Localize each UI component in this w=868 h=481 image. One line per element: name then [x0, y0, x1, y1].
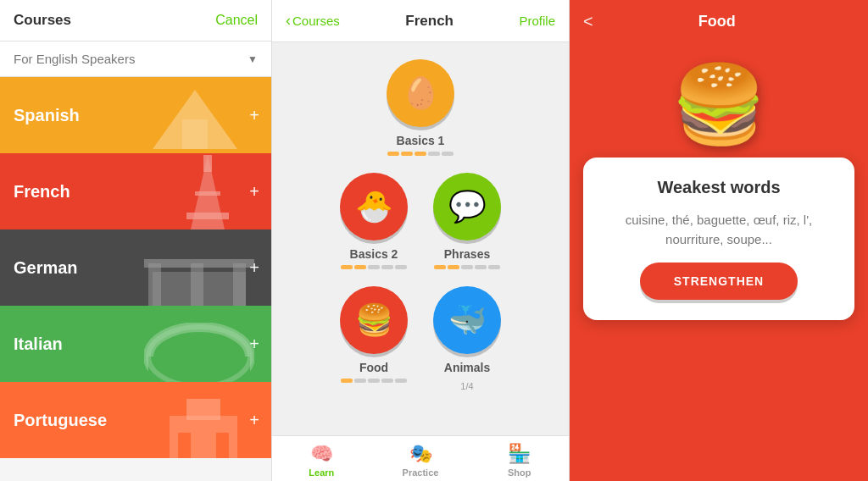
- back-to-courses-button[interactable]: ‹ Courses: [286, 12, 340, 30]
- progress-segment: [387, 152, 399, 156]
- svg-rect-4: [186, 213, 229, 219]
- tab-label-shop: Shop: [508, 467, 531, 478]
- svg-rect-7: [148, 263, 161, 306]
- svg-rect-5: [203, 155, 212, 172]
- progress-segment: [354, 265, 366, 269]
- skill-food[interactable]: 🍔 Food: [340, 286, 408, 391]
- add-course-icon[interactable]: +: [249, 411, 259, 430]
- chevron-left-icon: ‹: [286, 12, 291, 30]
- svg-rect-16: [178, 433, 191, 458]
- skill-progress-phrases: [434, 265, 500, 269]
- skill-bubble-basics1[interactable]: 🥚: [387, 59, 454, 127]
- burger-icon: 🍔: [671, 60, 766, 149]
- tab-practice[interactable]: 🎭 Practice: [371, 443, 470, 478]
- progress-segment: [415, 152, 426, 156]
- add-course-icon[interactable]: +: [249, 106, 259, 125]
- tab-bar: 🧠 Learn 🎭 Practice 🏪 Shop: [272, 435, 569, 481]
- skill-basics2[interactable]: 🐣 Basics 2: [340, 173, 408, 269]
- french-header: ‹ Courses French Profile: [272, 0, 569, 42]
- course-item-spanish[interactable]: Spanish +: [0, 77, 271, 153]
- skill-progress-food: [341, 379, 407, 383]
- skill-name-basics2: Basics 2: [350, 247, 398, 261]
- skill-name-animals: Animals: [444, 361, 490, 374]
- progress-segment: [442, 152, 453, 156]
- skills-container: 🥚 Basics 1 🐣 Basics 2 💬 Phrases 🍔 Food: [272, 42, 569, 435]
- add-course-icon[interactable]: +: [249, 258, 259, 278]
- progress-segment: [395, 265, 407, 269]
- learn-icon: 🧠: [310, 443, 333, 465]
- course-name: Portuguese: [14, 411, 107, 430]
- course-list: Spanish + French + German + Italian + Po…: [0, 77, 271, 481]
- skill-bubble-animals[interactable]: 🐳: [433, 286, 501, 354]
- svg-rect-8: [191, 263, 203, 306]
- skill-basics1[interactable]: 🥚 Basics 1: [387, 59, 454, 156]
- back-label: Courses: [292, 14, 340, 28]
- tab-learn[interactable]: 🧠 Learn: [272, 443, 371, 478]
- courses-title: Courses: [14, 12, 71, 29]
- tab-label-practice: Practice: [403, 467, 439, 478]
- progress-segment: [368, 379, 380, 383]
- burger-illustration: 🍔: [570, 43, 868, 158]
- tab-shop[interactable]: 🏪 Shop: [470, 443, 569, 478]
- skill-name-food: Food: [359, 361, 388, 374]
- filter-row[interactable]: For English Speakers ▼: [0, 41, 271, 77]
- weakest-words-list: cuisine, thé, baguette, œuf, riz, l', no…: [600, 211, 837, 249]
- food-title: Food: [604, 13, 831, 30]
- skill-name-basics1: Basics 1: [397, 134, 445, 147]
- svg-rect-1: [182, 119, 208, 149]
- progress-segment: [381, 379, 393, 383]
- filter-label: For English Speakers: [14, 52, 248, 66]
- skill-phrases[interactable]: 💬 Phrases: [433, 173, 501, 269]
- french-title: French: [405, 13, 453, 30]
- tab-label-learn: Learn: [309, 467, 334, 478]
- progress-segment: [368, 265, 380, 269]
- skill-bubble-food[interactable]: 🍔: [340, 286, 408, 354]
- progress-segment: [381, 265, 393, 269]
- skill-bubble-phrases[interactable]: 💬: [433, 173, 501, 240]
- dropdown-arrow-icon: ▼: [248, 53, 258, 65]
- svg-rect-15: [186, 399, 220, 420]
- course-name: French: [14, 182, 70, 202]
- strengthen-button[interactable]: STRENGTHEN: [640, 263, 798, 300]
- progress-segment: [341, 379, 353, 383]
- progress-segment: [488, 265, 500, 269]
- courses-header: Courses Cancel: [0, 0, 271, 41]
- progress-segment: [341, 265, 353, 269]
- food-panel: < Food 🍔 Weakest words cuisine, thé, bag…: [570, 0, 868, 481]
- add-course-icon[interactable]: +: [249, 182, 259, 202]
- cancel-button[interactable]: Cancel: [215, 13, 258, 28]
- progress-segment: [428, 152, 440, 156]
- progress-segment: [401, 152, 413, 156]
- skill-progress-basics1: [387, 152, 453, 156]
- skill-progress-basics2: [341, 265, 407, 269]
- add-course-icon[interactable]: +: [249, 334, 259, 354]
- progress-segment: [461, 265, 473, 269]
- skill-name-phrases: Phrases: [444, 247, 490, 261]
- course-name: Italian: [14, 334, 63, 354]
- progress-segment: [434, 265, 446, 269]
- course-item-italian[interactable]: Italian +: [0, 306, 271, 382]
- course-name: Spanish: [14, 106, 80, 125]
- skill-animals[interactable]: 🐳 Animals 1/4: [433, 286, 501, 391]
- progress-segment: [395, 379, 407, 383]
- weakest-words-title: Weakest words: [657, 178, 780, 197]
- svg-rect-9: [233, 263, 246, 306]
- practice-icon: 🎭: [409, 443, 432, 465]
- courses-panel: Courses Cancel For English Speakers ▼ Sp…: [0, 0, 271, 481]
- profile-button[interactable]: Profile: [519, 14, 555, 28]
- progress-segment: [354, 379, 366, 383]
- weakest-words-card: Weakest words cuisine, thé, baguette, œu…: [583, 158, 854, 320]
- progress-segment: [448, 265, 459, 269]
- french-panel: ‹ Courses French Profile 🥚 Basics 1 🐣 Ba…: [271, 0, 570, 481]
- course-item-german[interactable]: German +: [0, 229, 271, 306]
- svg-rect-3: [195, 191, 220, 196]
- shop-icon: 🏪: [508, 443, 531, 465]
- back-icon[interactable]: <: [583, 12, 593, 31]
- food-header: < Food: [570, 0, 868, 43]
- course-item-french[interactable]: French +: [0, 153, 271, 229]
- svg-rect-10: [144, 259, 254, 268]
- progress-segment: [475, 265, 487, 269]
- course-item-portuguese[interactable]: Portuguese +: [0, 382, 271, 458]
- skill-sub-animals: 1/4: [460, 381, 473, 391]
- skill-bubble-basics2[interactable]: 🐣: [340, 173, 408, 240]
